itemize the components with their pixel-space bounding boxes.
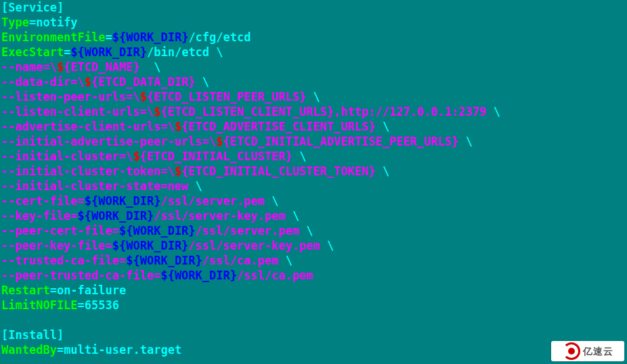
code-line: --initial-cluster-token=\${ETCD_INITIAL_…: [1, 164, 626, 179]
code-segment: ${WORK_DIR}: [119, 224, 196, 237]
code-segment: --name=\: [1, 60, 57, 74]
code-segment: --listen-peer-urls=\: [1, 90, 140, 104]
code-segment: /cfg/etcd: [188, 30, 251, 44]
code-segment: ${WORK_DIR}: [78, 209, 154, 223]
code-line: --listen-client-urls=\${ETCD_LISTEN_CLIE…: [1, 104, 626, 119]
code-line: Type=notify: [1, 15, 626, 30]
code-line: EnvironmentFile=${WORK_DIR}/cfg/etcd: [1, 30, 626, 45]
code-line: Restart=on-failure: [1, 283, 626, 298]
code-segment: /ssl/server-key.pem: [154, 209, 285, 223]
code-line: --data-dir=\${ETCD_DATA_DIR} \: [1, 74, 626, 89]
code-line: --listen-peer-urls=\${ETCD_LISTEN_PEER_U…: [1, 89, 626, 104]
code-segment: --cert-file=: [1, 194, 85, 208]
code-line: --initial-cluster=\${ETCD_INITIAL_CLUSTE…: [1, 149, 626, 164]
code-segment: \: [286, 209, 299, 223]
code-segment: {ETCD_INITIAL_CLUSTER}: [140, 150, 293, 163]
code-segment: \: [188, 179, 202, 193]
watermark: 亿速云: [551, 341, 624, 361]
code-segment: WantedBy: [1, 343, 57, 357]
code-segment: [Service]: [1, 1, 64, 14]
terminal-output: [Service]Type=notifyEnvironmentFile=${WO…: [0, 0, 627, 357]
code-segment: LimitNOFILE: [1, 298, 78, 312]
code-segment: {ETCD_ADVERTISE_CLIENT_URLS}: [181, 120, 376, 133]
code-line: --trusted-ca-file=${WORK_DIR}/ssl/ca.pem…: [1, 253, 626, 268]
code-segment: --listen-client-urls=\: [1, 105, 154, 118]
code-segment: =: [64, 45, 70, 59]
code-segment: --key-file=: [1, 209, 78, 223]
code-segment: =on-failure: [50, 283, 127, 297]
code-segment: \: [299, 224, 313, 237]
code-segment: {ETCD_LISTEN_CLIENT_URLS},http://127.0.0…: [160, 105, 486, 118]
code-line: LimitNOFILE=65536: [1, 298, 626, 313]
code-line: --peer-cert-file=${WORK_DIR}/ssl/server.…: [1, 223, 626, 238]
code-segment: --initial-cluster-token=\: [1, 164, 175, 178]
code-segment: {ETCD_LISTEN_PEER_URLS}: [147, 90, 306, 104]
code-segment: \: [278, 254, 292, 267]
code-segment: /ssl/server-key.pem: [188, 239, 320, 252]
code-segment: \: [147, 60, 160, 74]
code-segment: =: [106, 30, 112, 44]
code-segment: ${WORK_DIR}: [85, 194, 161, 208]
code-segment: =multi-user.target: [57, 343, 181, 357]
code-segment: --initial-cluster=\: [1, 150, 133, 163]
code-segment: $: [175, 120, 181, 133]
code-segment: ${WORK_DIR}: [126, 254, 202, 267]
code-line: [Install]: [1, 327, 626, 342]
code-segment: --advertise-client-urls=\: [1, 120, 175, 133]
code-line: ExecStart=${WORK_DIR}/bin/etcd \: [1, 45, 626, 60]
code-segment: Type: [1, 16, 29, 29]
code-line: --initial-cluster-state=new \: [1, 179, 626, 194]
code-segment: $: [154, 105, 160, 118]
code-segment: $: [175, 164, 181, 178]
code-segment: /ssl/ca.pem: [237, 269, 314, 282]
watermark-logo-icon: [563, 342, 580, 360]
code-line: [1, 313, 626, 327]
code-segment: /ssl/server.pem: [160, 194, 265, 208]
code-segment: Restart: [1, 283, 50, 297]
code-line: --peer-key-file=${WORK_DIR}/ssl/server-k…: [1, 238, 626, 253]
code-segment: --initial-cluster-state=new: [1, 179, 188, 193]
code-segment: \: [376, 120, 389, 133]
code-segment: --data-dir=\: [1, 75, 85, 89]
code-segment: \: [293, 150, 306, 163]
code-segment: --peer-trusted-ca-file=: [1, 269, 160, 282]
code-segment: =notify: [29, 16, 78, 29]
code-segment: \: [459, 135, 473, 148]
code-segment: [Install]: [1, 328, 64, 342]
code-segment: \: [306, 90, 320, 104]
code-line: --key-file=${WORK_DIR}/ssl/server-key.pe…: [1, 208, 626, 223]
code-segment: ${WORK_DIR}: [160, 269, 237, 282]
code-segment: ${WORK_DIR}: [112, 30, 189, 44]
code-segment: --peer-cert-file=: [1, 224, 119, 237]
code-segment: --initial-advertise-peer-urls=\: [1, 135, 216, 148]
code-line: --advertise-client-urls=\${ETCD_ADVERTIS…: [1, 119, 626, 134]
code-line: --initial-advertise-peer-urls=\${ETCD_IN…: [1, 134, 626, 149]
code-line: WantedBy=multi-user.target: [1, 342, 626, 357]
code-segment: /bin/etcd \: [147, 45, 223, 59]
code-segment: $: [216, 135, 223, 148]
code-segment: {ETCD_INITIAL_ADVERTISE_PEER_URLS}: [223, 135, 459, 148]
code-segment: \: [376, 164, 389, 178]
code-segment: ${WORK_DIR}: [70, 45, 147, 59]
code-segment: {ETCD_INITIAL_CLUSTER_TOKEN}: [181, 164, 376, 178]
code-segment: $: [57, 60, 64, 74]
code-segment: ExecStart: [1, 45, 64, 59]
code-line: --cert-file=${WORK_DIR}/ssl/server.pem \: [1, 194, 626, 208]
code-segment: /ssl/ca.pem: [202, 254, 279, 267]
code-segment: --trusted-ca-file=: [1, 254, 126, 267]
code-segment: {ETCD_DATA_DIR}: [91, 75, 196, 89]
code-segment: $: [133, 150, 139, 163]
code-segment: \: [320, 239, 334, 252]
code-segment: \: [265, 194, 278, 208]
code-line: --name=\${ETCD_NAME} \: [1, 60, 626, 74]
code-segment: ${WORK_DIR}: [112, 239, 189, 252]
code-segment: --peer-key-file=: [1, 239, 112, 252]
watermark-text: 亿速云: [583, 344, 613, 359]
code-segment: \: [196, 75, 209, 89]
code-line: --peer-trusted-ca-file=${WORK_DIR}/ssl/c…: [1, 268, 626, 283]
code-segment: {ETCD_NAME}: [64, 60, 147, 74]
code-segment: $: [85, 75, 91, 89]
code-segment: $: [140, 90, 147, 104]
code-segment: EnvironmentFile: [1, 30, 106, 44]
code-line: [Service]: [1, 0, 626, 15]
